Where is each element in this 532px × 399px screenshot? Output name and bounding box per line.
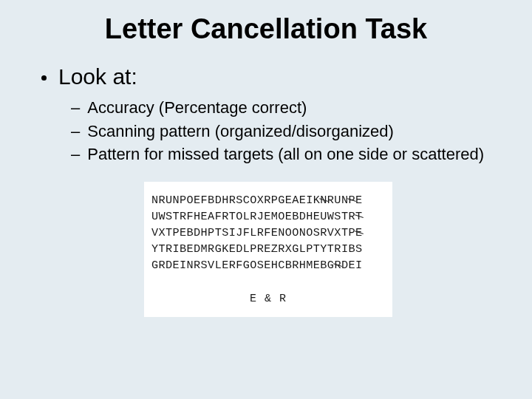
sub-bullet-label: Scanning pattern (organized/disorganized… <box>87 120 394 143</box>
sub-bullet-label: Accuracy (Percentage correct) <box>87 97 307 119</box>
slide: Letter Cancellation Task Look at: – Accu… <box>0 0 532 399</box>
sub-bullet-list: – Accuracy (Percentage correct) – Scanni… <box>41 97 495 166</box>
bullet-dot-icon <box>41 75 47 81</box>
letter-grid-rows: NRUNPOEFBDHRSCOXRPGEAEIKNRUNPEUWSTRFHEAF… <box>151 192 385 273</box>
dash-icon: – <box>71 143 80 166</box>
cancelled-letter: T <box>355 208 363 225</box>
cancelled-letter: R <box>334 257 341 273</box>
page-title: Letter Cancellation Task <box>0 0 532 45</box>
bullet-look-at-label: Look at: <box>58 64 137 89</box>
letter-row: UWSTRFHEAFRTOLRJEMOEBDHEUWSTRT <box>151 208 385 225</box>
letter-row: YTRIBEDMRGKEDLPREZRXGLPTYTRIBS <box>151 241 385 257</box>
cancelled-letter: E <box>355 225 363 241</box>
targets-label: E & R <box>151 293 385 305</box>
dash-icon: – <box>71 120 80 143</box>
sub-bullet-label: Pattern for missed targets (all on one s… <box>87 143 484 166</box>
letter-grid-figure: NRUNPOEFBDHRSCOXRPGEAEIKNRUNPEUWSTRFHEAF… <box>144 182 392 317</box>
sub-bullet: – Scanning pattern (organized/disorganiz… <box>71 120 495 143</box>
bullet-look-at: Look at: <box>41 64 495 89</box>
sub-bullet: – Accuracy (Percentage correct) <box>71 97 495 119</box>
letter-row: GRDEINRSVLERFGOSEHCBRHMEBGRDEI <box>151 257 385 273</box>
cancelled-letter: P <box>348 192 355 208</box>
letter-row: VXTPEBDHPTSIJFLRFENOONOSRVXTPE <box>151 225 385 241</box>
cancelled-letter: N <box>320 192 327 208</box>
sub-bullet: – Pattern for missed targets (all on one… <box>71 143 495 166</box>
letter-row: NRUNPOEFBDHRSCOXRPGEAEIKNRUNPE <box>151 192 385 208</box>
dash-icon: – <box>71 97 80 119</box>
slide-body: Look at: – Accuracy (Percentage correct)… <box>0 45 532 317</box>
